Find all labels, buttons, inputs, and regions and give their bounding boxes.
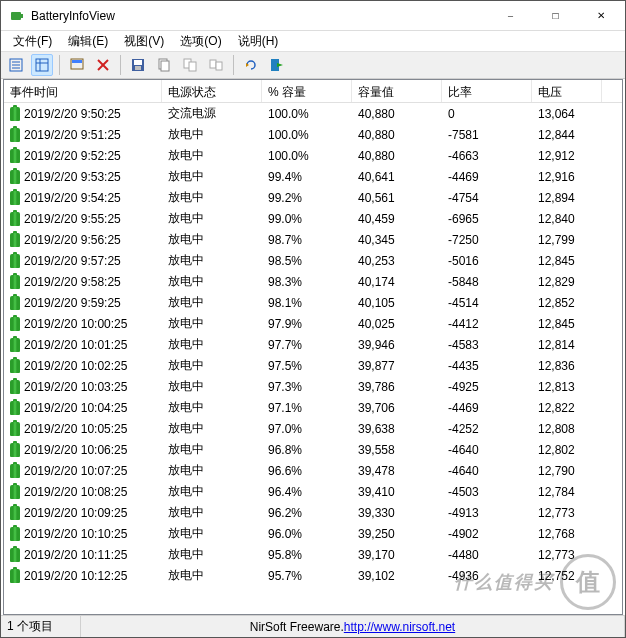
cell-state: 放电中 [162,124,262,145]
cell-time: 2019/2/20 9:53:25 [4,168,162,186]
cell-voltage: 12,768 [532,525,602,543]
table-row[interactable]: 2019/2/20 9:59:25放电中98.1%40,105-451412,8… [4,292,622,313]
cell-rate: -4583 [442,336,532,354]
svg-rect-1 [21,14,23,18]
table-row[interactable]: 2019/2/20 10:07:25放电中96.6%39,478-464012,… [4,460,622,481]
table-row[interactable]: 2019/2/20 10:01:25放电中97.7%39,946-458312,… [4,334,622,355]
table-row[interactable]: 2019/2/20 9:58:25放电中98.3%40,174-584812,8… [4,271,622,292]
table-row[interactable]: 2019/2/20 9:51:25放电中100.0%40,880-758112,… [4,124,622,145]
table-row[interactable]: 2019/2/20 9:55:25放电中99.0%40,459-696512,8… [4,208,622,229]
close-button[interactable]: ✕ [578,1,623,30]
svg-rect-14 [134,60,142,65]
cell-state: 放电中 [162,208,262,229]
table-row[interactable]: 2019/2/20 10:08:25放电中96.4%39,410-450312,… [4,481,622,502]
separator [59,55,60,75]
col-state[interactable]: 电源状态 [162,80,262,102]
col-voltage[interactable]: 电压 [532,80,602,102]
menu-help[interactable]: 说明(H) [230,31,287,52]
menu-options[interactable]: 选项(O) [172,31,229,52]
table-row[interactable]: 2019/2/20 9:52:25放电中100.0%40,880-466312,… [4,145,622,166]
table-row[interactable]: 2019/2/20 10:06:25放电中96.8%39,558-464012,… [4,439,622,460]
cell-time: 2019/2/20 9:59:25 [4,294,162,312]
cell-cap: 39,250 [352,525,442,543]
cell-state: 放电中 [162,376,262,397]
minimize-button[interactable]: – [488,1,533,30]
battery-icon [10,191,20,205]
tool-view1[interactable] [5,54,27,76]
table-row[interactable]: 2019/2/20 9:50:25交流电源100.0%40,880013,064 [4,103,622,124]
battery-icon [10,170,20,184]
cell-state: 放电中 [162,460,262,481]
cell-rate: -4480 [442,546,532,564]
table-row[interactable]: 2019/2/20 10:09:25放电中96.2%39,330-491312,… [4,502,622,523]
copy3-icon [208,57,224,73]
tool-delete[interactable] [92,54,114,76]
cell-voltage: 12,802 [532,441,602,459]
cell-cap: 40,880 [352,126,442,144]
cell-state: 放电中 [162,292,262,313]
table-row[interactable]: 2019/2/20 10:11:25放电中95.8%39,170-448012,… [4,544,622,565]
col-cap[interactable]: 容量值 [352,80,442,102]
cell-pct: 99.0% [262,210,352,228]
table-row[interactable]: 2019/2/20 9:57:25放电中98.5%40,253-501612,8… [4,250,622,271]
table-row[interactable]: 2019/2/20 10:00:25放电中97.9%40,025-441212,… [4,313,622,334]
menu-view[interactable]: 视图(V) [116,31,172,52]
battery-icon [10,107,20,121]
battery-icon [10,485,20,499]
cell-pct: 95.7% [262,567,352,585]
menu-edit[interactable]: 编辑(E) [60,31,116,52]
tool-copy3[interactable] [205,54,227,76]
svg-rect-15 [135,66,141,70]
table-row[interactable]: 2019/2/20 10:05:25放电中97.0%39,638-425212,… [4,418,622,439]
maximize-button[interactable]: □ [533,1,578,30]
table-row[interactable]: 2019/2/20 9:56:25放电中98.7%40,345-725012,7… [4,229,622,250]
table-row[interactable]: 2019/2/20 9:53:25放电中99.4%40,641-446912,9… [4,166,622,187]
col-time[interactable]: 事件时间 [4,80,162,102]
tool-copy2[interactable] [179,54,201,76]
table-row[interactable]: 2019/2/20 10:03:25放电中97.3%39,786-492512,… [4,376,622,397]
table-row[interactable]: 2019/2/20 10:02:25放电中97.5%39,877-443512,… [4,355,622,376]
tool-save[interactable] [127,54,149,76]
cell-voltage: 12,822 [532,399,602,417]
battery-icon [10,149,20,163]
credit-link[interactable]: http://www.nirsoft.net [344,620,455,634]
cell-state: 放电中 [162,565,262,586]
cell-time: 2019/2/20 10:11:25 [4,546,162,564]
cell-rate: -4902 [442,525,532,543]
tool-refresh[interactable] [240,54,262,76]
tool-view2[interactable] [31,54,53,76]
table-row[interactable]: 2019/2/20 10:10:25放电中96.0%39,250-490212,… [4,523,622,544]
cell-pct: 100.0% [262,105,352,123]
table-row[interactable]: 2019/2/20 10:04:25放电中97.1%39,706-446912,… [4,397,622,418]
table-row[interactable]: 2019/2/20 10:12:25放电中95.7%39,102-493612,… [4,565,622,586]
tool-copy[interactable] [153,54,175,76]
cell-voltage: 12,813 [532,378,602,396]
cell-pct: 96.0% [262,525,352,543]
cell-rate: -7250 [442,231,532,249]
col-pct[interactable]: % 容量 [262,80,352,102]
menu-file[interactable]: 文件(F) [5,31,60,52]
grid-body[interactable]: 2019/2/20 9:50:25交流电源100.0%40,880013,064… [4,103,622,614]
cell-time: 2019/2/20 9:57:25 [4,252,162,270]
battery-icon [10,422,20,436]
cell-state: 放电中 [162,502,262,523]
col-rate[interactable]: 比率 [442,80,532,102]
copy-icon [156,57,172,73]
cell-cap: 40,105 [352,294,442,312]
tool-properties[interactable] [66,54,88,76]
cell-rate: -4252 [442,420,532,438]
cell-voltage: 12,773 [532,504,602,522]
battery-icon [10,317,20,331]
cell-time: 2019/2/20 10:01:25 [4,336,162,354]
cell-time: 2019/2/20 10:12:25 [4,567,162,585]
cell-time: 2019/2/20 9:55:25 [4,210,162,228]
cell-time: 2019/2/20 10:04:25 [4,399,162,417]
cell-time: 2019/2/20 10:03:25 [4,378,162,396]
tool-exit[interactable] [266,54,288,76]
app-icon [9,8,25,24]
cell-state: 放电中 [162,229,262,250]
cell-cap: 40,345 [352,231,442,249]
table-row[interactable]: 2019/2/20 9:54:25放电中99.2%40,561-475412,8… [4,187,622,208]
cell-pct: 97.5% [262,357,352,375]
window-title: BatteryInfoView [31,9,488,23]
